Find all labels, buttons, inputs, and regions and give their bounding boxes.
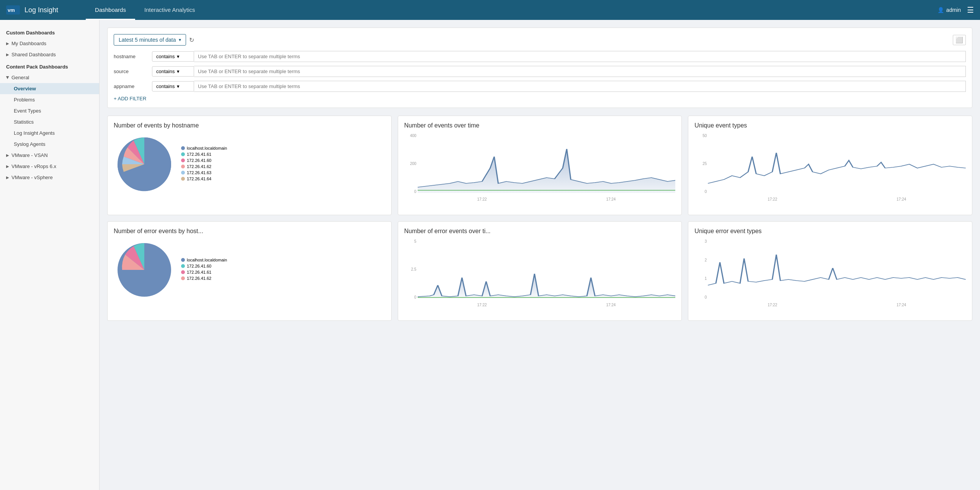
y-label-5: 5 [414, 239, 416, 243]
chart-unique-event-types: Unique event types 50 25 0 17:22 17:24 [688, 116, 972, 215]
x-label-1722: 17:22 [477, 197, 487, 201]
line-chart-3: 50 25 0 17:22 17:24 [694, 134, 966, 201]
custom-dashboards-title: Custom Dashboards [0, 26, 99, 38]
pie-chart-1 [114, 134, 175, 195]
sidebar-item-overview[interactable]: Overview [0, 83, 99, 94]
x-axis-5: 17:22 17:24 [418, 303, 676, 307]
area-svg-5 [418, 239, 676, 301]
sidebar-item-syslog-agents[interactable]: Syslog Agents [0, 139, 99, 150]
pie-chart-4 [114, 239, 175, 301]
y-label-3: 3 [705, 239, 707, 243]
filter-input-hostname[interactable] [194, 51, 966, 62]
vrops-label: VMware - vRops 6.x [11, 163, 56, 169]
sidebar-group-vsphere[interactable]: ▶ VMware - vSphere [0, 172, 99, 183]
chart-title-3: Unique event types [694, 122, 966, 129]
sidebar-item-event-types[interactable]: Event Types [0, 105, 99, 116]
chart-events-by-hostname: Number of events by hostname [107, 116, 392, 215]
arrow-icon: ▶ [6, 41, 9, 46]
pie-wrapper-4: localhost.localdomain 172.26.41.60 172.2… [114, 239, 385, 301]
filter-input-appname[interactable] [194, 81, 966, 92]
x-axis-6: 17:22 17:24 [708, 303, 966, 307]
filter-row-hostname: hostname contains ▾ [114, 51, 966, 62]
shared-dashboards-label: Shared Dashboards [11, 52, 56, 57]
sidebar-group-general[interactable]: ▶ General [0, 72, 99, 83]
y-label-1: 1 [705, 276, 707, 281]
admin-button[interactable]: 👤 admin [938, 7, 961, 13]
filter-label-appname: appname [114, 83, 152, 89]
y-label-400: 400 [410, 134, 416, 138]
x-label-1722c: 17:22 [477, 303, 487, 307]
chart-unique-error-event-types: Unique error event types 3 2 1 0 17:22 1… [688, 221, 972, 321]
area-chart-5: 5 2.5 0 [404, 239, 676, 307]
sidebar-item-log-insight-agents[interactable]: Log Insight Agents [0, 127, 99, 139]
y-label-25: 25 [702, 162, 707, 166]
x-label-1724b: 17:24 [897, 197, 906, 201]
x-label-1724c: 17:24 [606, 303, 616, 307]
add-filter-button[interactable]: + ADD FILTER [114, 96, 966, 101]
y-label-200: 200 [410, 162, 416, 166]
filter-bar: Latest 5 minutes of data ▾ ↻ ⬜ hostname … [107, 28, 972, 108]
filter-row-source: source contains ▾ [114, 66, 966, 77]
main-content: Latest 5 minutes of data ▾ ↻ ⬜ hostname … [100, 20, 980, 490]
sidebar-group-vsan[interactable]: ▶ VMware - VSAN [0, 150, 99, 161]
refresh-button[interactable]: ↻ [189, 36, 194, 44]
x-label-1724d: 17:24 [897, 303, 906, 307]
y-axis-2: 400 200 0 [404, 134, 416, 194]
x-label-1722b: 17:22 [768, 197, 777, 201]
filter-operator-source[interactable]: contains ▾ [152, 66, 194, 77]
y-label-0c: 0 [414, 295, 416, 299]
pie-legend-1: localhost.localdomain 172.26.41.61 172.2… [181, 146, 227, 183]
hamburger-icon[interactable]: ☰ [967, 5, 974, 15]
line-svg-3 [708, 134, 966, 195]
operator-label: contains [156, 83, 175, 89]
filter-operator-appname[interactable]: contains ▾ [152, 81, 194, 91]
app-title: Log Insight [24, 6, 58, 14]
x-axis-3: 17:22 17:24 [708, 197, 966, 201]
line-svg-6 [708, 239, 966, 301]
operator-caret: ▾ [177, 83, 180, 89]
layout: Custom Dashboards ▶ My Dashboards ▶ Shar… [0, 20, 980, 490]
y-label-50: 50 [702, 134, 707, 138]
area-svg-2 [418, 134, 676, 195]
pie-wrapper-1: localhost.localdomain 172.26.41.61 172.2… [114, 134, 385, 195]
time-dropdown[interactable]: Latest 5 minutes of data ▾ [114, 34, 186, 46]
dashboard-grid-top: Number of events by hostname [107, 116, 972, 215]
x-axis-2: 17:22 17:24 [418, 197, 676, 201]
chart-title-2: Number of events over time [404, 122, 676, 129]
nav-tab-dashboards[interactable]: Dashboards [86, 0, 135, 20]
y-label-2: 2 [705, 258, 707, 262]
chart-title-1: Number of events by hostname [114, 122, 385, 129]
sidebar-my-dashboards[interactable]: ▶ My Dashboards [0, 38, 99, 49]
header-right: 👤 admin ☰ [938, 5, 974, 15]
nav-tab-interactive-analytics[interactable]: Interactive Analytics [135, 0, 204, 20]
dashboard-grid-bottom: Number of error events by host... localh… [107, 221, 972, 321]
sidebar-shared-dashboards[interactable]: ▶ Shared Dashboards [0, 49, 99, 60]
sidebar-group-vrops[interactable]: ▶ VMware - vRops 6.x [0, 161, 99, 172]
arrow-icon: ▶ [6, 52, 9, 57]
chart-error-events-by-hostname: Number of error events by host... localh… [107, 221, 392, 321]
sidebar-item-problems[interactable]: Problems [0, 94, 99, 105]
operator-label: contains [156, 54, 175, 59]
expand-button[interactable]: ⬜ [953, 35, 966, 45]
y-axis-5: 5 2.5 0 [404, 239, 416, 299]
operator-caret: ▾ [177, 54, 180, 59]
chart-title-6: Unique error event types [694, 228, 966, 235]
chart-error-events-over-time: Number of error events over ti... 5 2.5 … [398, 221, 682, 321]
chart-title-4: Number of error events by host... [114, 228, 385, 235]
filter-label-source: source [114, 69, 152, 74]
general-label: General [11, 75, 29, 80]
filter-input-source[interactable] [194, 66, 966, 77]
caret-icon: ▾ [179, 37, 181, 42]
vm-logo-icon: vm [6, 5, 20, 15]
header-nav: Dashboards Interactive Analytics [86, 0, 204, 20]
y-label-0b: 0 [705, 189, 707, 194]
y-label-0d: 0 [705, 295, 707, 299]
sidebar-item-statistics[interactable]: Statistics [0, 116, 99, 127]
user-icon: 👤 [938, 7, 944, 13]
admin-label: admin [946, 7, 961, 13]
time-label: Latest 5 minutes of data [119, 37, 176, 43]
x-label-1722d: 17:22 [768, 303, 777, 307]
content-pack-title: Content Pack Dashboards [0, 60, 99, 72]
filter-operator-hostname[interactable]: contains ▾ [152, 51, 194, 62]
arrow-icon: ▶ [6, 175, 9, 180]
